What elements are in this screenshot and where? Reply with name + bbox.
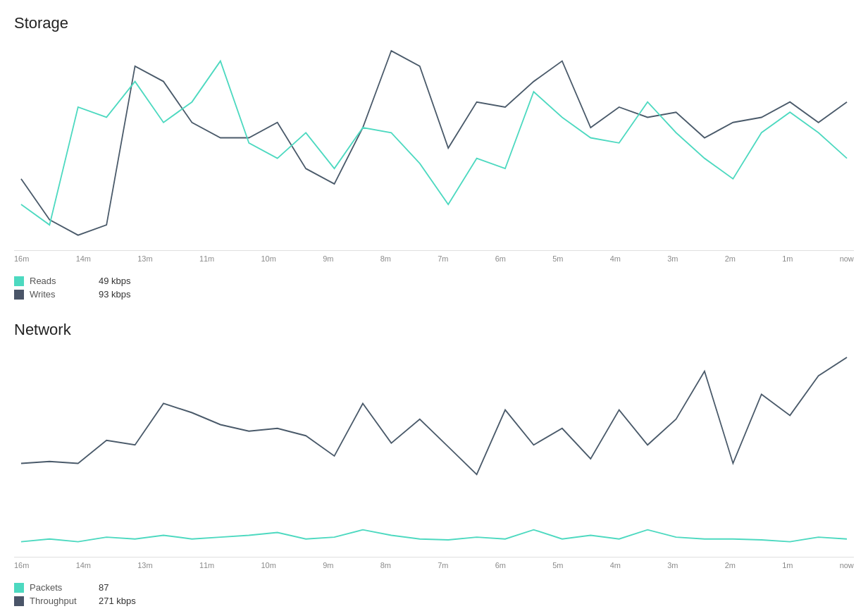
x-label: 3m [667,254,678,263]
x-label: 1m [782,561,793,569]
x-label: now [840,254,854,263]
x-label: 4m [610,561,621,569]
storage-title: Storage [14,14,854,32]
x-label: 4m [610,254,621,263]
x-label: 6m [495,254,506,263]
x-label: 11m [199,561,214,569]
x-label: now [840,561,854,569]
x-label: 1m [782,254,793,263]
legend-label: Throughput [30,596,93,606]
legend-color-box [14,290,24,300]
storage-x-axis: 16m14m13m11m10m9m8m7m6m5m4m3m2m1mnow [14,251,854,270]
x-label: 5m [552,254,563,263]
legend-label: Packets [30,582,93,593]
x-label: 2m [725,254,736,263]
x-label: 9m [323,561,333,569]
x-label: 7m [438,561,448,569]
x-label: 8m [380,254,391,263]
storage-section: Storage 16m14m13m11m10m9m8m7m6m5m4m3m2m1… [14,14,854,300]
x-label: 13m [137,561,152,569]
x-label: 14m [76,561,91,569]
network-section: Network 16m14m13m11m10m9m8m7m6m5m4m3m2m1… [14,321,854,606]
x-label: 5m [552,561,563,569]
network-chart [14,346,854,558]
legend-label: Reads [30,276,93,286]
storage-legend: Reads49 kbpsWrites93 kbps [14,276,854,300]
x-label: 10m [261,561,276,569]
x-label: 7m [438,254,448,263]
x-label: 8m [380,561,391,569]
x-label: 3m [667,561,678,569]
legend-color-box [14,276,24,286]
legend-item: Reads49 kbps [14,276,854,286]
x-label: 16m [14,561,29,569]
legend-value: 93 kbps [99,289,131,300]
x-label: 9m [323,254,333,263]
legend-item: Writes93 kbps [14,289,854,300]
legend-color-box [14,583,24,593]
legend-value: 271 kbps [99,596,136,606]
x-label: 11m [199,254,214,263]
legend-item: Packets87 [14,582,854,593]
legend-label: Writes [30,289,93,300]
legend-value: 49 kbps [99,276,131,286]
x-label: 2m [725,561,736,569]
x-label: 14m [76,254,91,263]
x-label: 16m [14,254,29,263]
x-label: 10m [261,254,276,263]
legend-color-box [14,596,24,606]
x-label: 6m [495,561,506,569]
x-label: 13m [137,254,152,263]
network-x-axis: 16m14m13m11m10m9m8m7m6m5m4m3m2m1mnow [14,558,854,577]
network-legend: Packets87Throughput271 kbps [14,582,854,606]
legend-value: 87 [99,582,108,593]
network-title: Network [14,321,854,339]
legend-item: Throughput271 kbps [14,596,854,606]
storage-chart [14,39,854,251]
